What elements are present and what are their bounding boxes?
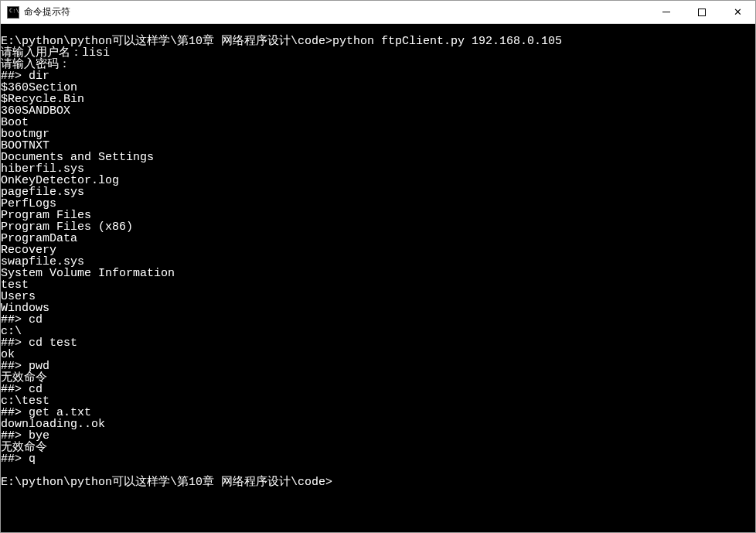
maximize-icon: [698, 9, 706, 16]
terminal-line: c:\test: [1, 395, 755, 407]
terminal-line: downloading..ok: [1, 419, 755, 430]
terminal-line: ok: [1, 349, 755, 360]
terminal-line: E:\python\python可以这样学\第10章 网络程序设计\code>: [1, 477, 755, 488]
terminal-line: bootmgr: [1, 128, 755, 140]
terminal-line: hiberfil.sys: [1, 163, 755, 175]
terminal-line: Boot: [1, 117, 755, 128]
window-frame: C:\ 命令提示符 ✕ E:\python\python可以这样学\第10章 网…: [0, 0, 756, 533]
terminal-line: 请输入密码：: [1, 59, 755, 70]
terminal-line: Program Files: [1, 210, 755, 221]
terminal-line: [1, 24, 755, 36]
terminal-line: BOOTNXT: [1, 140, 755, 152]
terminal-line: System Volume Information: [1, 268, 755, 279]
terminal-line: ##> get a.txt: [1, 407, 755, 419]
close-icon: ✕: [734, 6, 742, 18]
terminal-output[interactable]: E:\python\python可以这样学\第10章 网络程序设计\code>p…: [1, 24, 755, 532]
terminal-line: Users: [1, 291, 755, 302]
terminal-line: c:\: [1, 326, 755, 337]
terminal-line: PerfLogs: [1, 198, 755, 210]
terminal-line: $Recycle.Bin: [1, 94, 755, 105]
terminal-line: ##> pwd: [1, 360, 755, 372]
terminal-line: ProgramData: [1, 233, 755, 244]
terminal-line: Program Files (x86): [1, 221, 755, 233]
terminal-line: 无效命令: [1, 442, 755, 453]
minimize-button[interactable]: [649, 1, 684, 23]
window-controls: ✕: [649, 1, 755, 23]
close-button[interactable]: ✕: [720, 1, 755, 23]
terminal-line: Documents and Settings: [1, 152, 755, 163]
titlebar[interactable]: C:\ 命令提示符 ✕: [1, 1, 755, 24]
terminal-line: Windows: [1, 302, 755, 314]
terminal-line: ##> dir: [1, 70, 755, 82]
terminal-line: Recovery: [1, 244, 755, 256]
terminal-line: OnKeyDetector.log: [1, 175, 755, 186]
minimize-icon: [662, 12, 670, 12]
terminal-line: $360Section: [1, 82, 755, 94]
terminal-line: ##> q: [1, 453, 755, 465]
terminal-line: 无效命令: [1, 372, 755, 384]
terminal-line: 360SANDBOX: [1, 105, 755, 117]
terminal-line: [1, 465, 755, 477]
terminal-line: ##> cd test: [1, 337, 755, 349]
terminal-line: swapfile.sys: [1, 256, 755, 268]
terminal-line: ##> bye: [1, 430, 755, 442]
terminal-line: pagefile.sys: [1, 186, 755, 198]
window-title: 命令提示符: [24, 5, 649, 19]
cmd-icon: C:\: [7, 6, 19, 19]
terminal-line: ##> cd: [1, 314, 755, 326]
maximize-button[interactable]: [684, 1, 720, 23]
terminal-line: test: [1, 279, 755, 291]
terminal-line: ##> cd: [1, 384, 755, 395]
terminal-line: 请输入用户名：lisi: [1, 47, 755, 59]
terminal-line: E:\python\python可以这样学\第10章 网络程序设计\code>p…: [1, 36, 755, 47]
